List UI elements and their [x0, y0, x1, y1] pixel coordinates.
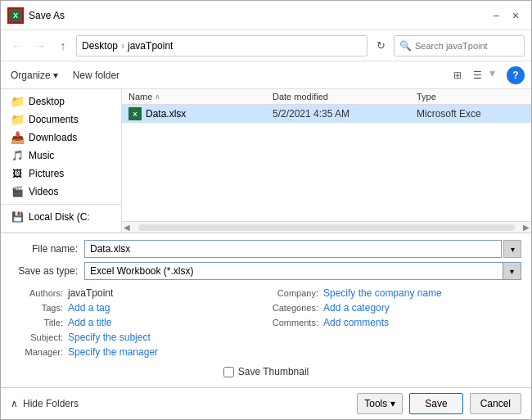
comments-link[interactable]: Add comments — [323, 317, 389, 328]
video-icon: 🎬 — [11, 185, 24, 198]
savetype-arrow-icon[interactable]: ▾ — [503, 263, 521, 279]
company-row: Company: Specify the company name — [266, 287, 521, 299]
metadata-left: Authors: javaTpoint Tags: Add a tag Titl… — [11, 287, 266, 358]
disk-icon: 💾 — [11, 210, 24, 224]
tags-link[interactable]: Add a tag — [68, 302, 110, 314]
music-icon: 🎵 — [11, 149, 24, 162]
file-list: X Data.xlsx 5/2/2021 4:35 AM Microsoft E… — [122, 105, 531, 221]
table-row[interactable]: X Data.xlsx 5/2/2021 4:35 AM Microsoft E… — [122, 105, 531, 123]
sidebar-item-downloads[interactable]: 📥 Downloads — [1, 129, 121, 147]
savetype-value: Excel Workbook (*.xlsx) — [90, 265, 193, 277]
tools-button[interactable]: Tools ▾ — [357, 393, 403, 414]
view-buttons: ⊞ ☰ ▾ — [449, 66, 497, 84]
sidebar-item-desktop[interactable]: 📁 Desktop — [1, 93, 121, 111]
manager-link[interactable]: Specify the manager — [68, 346, 158, 358]
authors-row: Authors: javaTpoint — [11, 287, 266, 299]
horizontal-scrollbar[interactable]: ◀ ▶ — [122, 221, 531, 233]
back-button[interactable]: ← — [7, 36, 27, 56]
sidebar-item-local-disk[interactable]: 💾 Local Disk (C: — [1, 208, 121, 226]
breadcrumb[interactable]: Desktop › javaTpoint — [76, 35, 367, 56]
organize-button[interactable]: Organize ▾ — [7, 68, 61, 83]
column-name[interactable]: Name ∧ — [128, 92, 273, 102]
authors-label: Authors: — [11, 288, 68, 298]
sidebar-item-label: Desktop — [29, 96, 65, 107]
title-link[interactable]: Add a title — [68, 317, 111, 328]
thumbnail-checkbox[interactable] — [223, 367, 234, 377]
nav-bar: ← → ↑ Desktop › javaTpoint ↻ 🔍 — [1, 30, 531, 61]
thumbnail-text: Save Thumbnail — [238, 366, 309, 377]
hide-folders-label: Hide Folders — [23, 398, 79, 409]
sidebar-item-videos[interactable]: 🎬 Videos — [1, 183, 121, 201]
refresh-button[interactable]: ↻ — [371, 36, 390, 56]
categories-link[interactable]: Add a category — [323, 302, 390, 314]
subject-row: Subject: Specify the subject — [11, 332, 266, 343]
excel-icon: X — [128, 107, 142, 120]
cancel-button[interactable]: Cancel — [470, 393, 521, 414]
column-date[interactable]: Date modified — [273, 92, 417, 102]
minimize-button[interactable]: − — [487, 7, 505, 25]
file-name-cell: X Data.xlsx — [128, 107, 273, 120]
content-area: 📁 Desktop 📁 Documents 📥 Downloads 🎵 Musi… — [1, 89, 531, 233]
footer-actions: Tools ▾ Save Cancel — [357, 393, 521, 414]
sidebar: 📁 Desktop 📁 Documents 📥 Downloads 🎵 Musi… — [1, 89, 122, 233]
metadata-right: Company: Specify the company name Catego… — [266, 287, 521, 358]
sidebar-item-label: Documents — [29, 114, 79, 125]
scrollbar-track — [138, 224, 515, 231]
search-box: 🔍 — [394, 35, 525, 56]
tags-label: Tags: — [11, 303, 68, 313]
file-pane: Name ∧ Date modified Type X Data.xlsx 5/… — [122, 89, 531, 233]
savetype-row: Save as type: Excel Workbook (*.xlsx) ▾ — [11, 262, 521, 280]
view-grid-button[interactable]: ⊞ — [449, 66, 467, 84]
categories-label: Categories: — [266, 303, 323, 313]
title-bar: X Save As − × — [1, 1, 531, 30]
filename-row: File name: ▾ — [11, 240, 521, 258]
comments-label: Comments: — [266, 318, 323, 327]
save-button[interactable]: Save — [409, 393, 462, 414]
filename-input[interactable] — [84, 240, 502, 258]
authors-value: javaTpoint — [68, 287, 113, 299]
thumbnail-row: Save Thumbnail — [11, 363, 521, 381]
forward-button[interactable]: → — [30, 36, 50, 56]
hide-folders-button[interactable]: ∧ Hide Folders — [11, 398, 79, 409]
thumbnail-label[interactable]: Save Thumbnail — [223, 366, 309, 377]
file-date: 5/2/2021 4:35 AM — [273, 108, 417, 120]
filename-dropdown-button[interactable]: ▾ — [503, 240, 521, 258]
folder-icon: 📁 — [11, 95, 24, 108]
savetype-select[interactable]: Excel Workbook (*.xlsx) ▾ — [84, 262, 521, 280]
sidebar-item-pictures[interactable]: 🖼 Pictures — [1, 165, 121, 183]
download-folder-icon: 📥 — [11, 131, 24, 144]
sidebar-item-documents[interactable]: 📁 Documents — [1, 111, 121, 129]
manager-label: Manager: — [11, 347, 68, 357]
tags-row: Tags: Add a tag — [11, 302, 266, 314]
sidebar-item-label: Pictures — [29, 168, 64, 179]
breadcrumb-sep: › — [121, 40, 124, 52]
sidebar-item-label: Downloads — [29, 132, 77, 143]
toolbar: Organize ▾ New folder ⊞ ☰ ▾ ? — [1, 61, 531, 89]
file-list-header: Name ∧ Date modified Type — [122, 89, 531, 105]
file-name: Data.xlsx — [146, 108, 186, 120]
close-button[interactable]: × — [507, 7, 525, 25]
footer: ∧ Hide Folders Tools ▾ Save Cancel — [1, 387, 531, 419]
search-input[interactable] — [415, 41, 528, 51]
tools-label: Tools — [364, 398, 387, 409]
new-folder-button[interactable]: New folder — [68, 68, 124, 83]
title-label: Title: — [11, 318, 68, 327]
subject-label: Subject: — [11, 332, 68, 342]
view-list-button[interactable]: ☰ — [468, 66, 486, 84]
folder-icon: 📁 — [11, 113, 24, 126]
company-link[interactable]: Specify the company name — [323, 287, 442, 299]
categories-row: Categories: Add a category — [266, 302, 521, 314]
metadata-section: Authors: javaTpoint Tags: Add a tag Titl… — [11, 284, 521, 363]
bottom-section: File name: ▾ Save as type: Excel Workboo… — [1, 233, 531, 387]
subject-link[interactable]: Specify the subject — [68, 332, 151, 343]
sidebar-item-music[interactable]: 🎵 Music — [1, 147, 121, 165]
sidebar-item-label: Videos — [29, 186, 58, 197]
savetype-label: Save as type: — [11, 265, 84, 277]
column-type[interactable]: Type — [417, 92, 525, 102]
help-button[interactable]: ? — [507, 66, 525, 84]
organize-arrow-icon: ▾ — [53, 70, 58, 81]
manager-row: Manager: Specify the manager — [11, 346, 266, 358]
company-label: Company: — [266, 288, 323, 298]
up-button[interactable]: ↑ — [53, 36, 73, 56]
save-as-dialog: X Save As − × ← → ↑ Desktop › javaTpoint… — [0, 0, 532, 420]
